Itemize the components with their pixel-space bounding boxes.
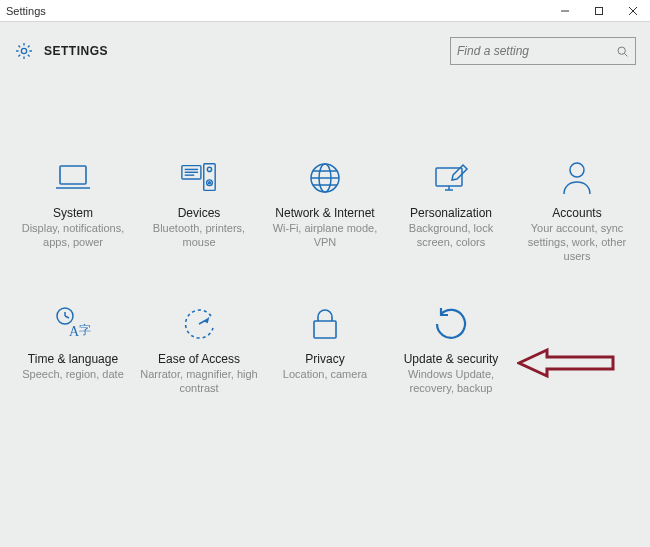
search-icon [616,45,629,58]
close-button[interactable] [616,0,650,22]
svg-rect-1 [596,7,603,14]
search-box[interactable] [450,37,636,65]
time-language-icon: A 字 [53,304,93,344]
tile-desc: Windows Update, recovery, backup [390,368,512,396]
gear-icon [14,41,34,61]
svg-line-26 [65,316,69,318]
tile-desc: Speech, region, date [22,368,124,382]
tile-ease-of-access[interactable]: Ease of Access Narrator, magnifier, high… [138,304,260,444]
svg-text:字: 字 [79,323,91,337]
tile-name: Ease of Access [158,352,240,366]
tile-privacy[interactable]: Privacy Location, camera [264,304,386,444]
window-title: Settings [6,5,548,17]
laptop-icon [53,158,93,198]
tile-desc: Wi-Fi, airplane mode, VPN [264,222,386,250]
svg-line-6 [624,53,627,56]
tile-network[interactable]: Network & Internet Wi-Fi, airplane mode,… [264,158,386,298]
tile-name: Time & language [28,352,118,366]
header: SETTINGS [0,22,650,80]
svg-rect-29 [314,321,336,338]
settings-grid: System Display, notifications, apps, pow… [0,80,650,547]
tile-desc: Background, lock screen, colors [390,222,512,250]
tile-time-language[interactable]: A 字 Time & language Speech, region, date [12,304,134,444]
maximize-button[interactable] [582,0,616,22]
tile-accounts[interactable]: Accounts Your account, sync settings, wo… [516,158,638,298]
tile-update-security[interactable]: Update & security Windows Update, recove… [390,304,512,444]
tile-name: Personalization [410,206,492,220]
tile-desc: Your account, sync settings, work, other… [516,222,638,263]
svg-point-23 [570,163,584,177]
tile-name: Privacy [305,352,344,366]
svg-point-15 [209,182,211,184]
svg-rect-7 [60,166,86,184]
svg-point-5 [618,47,625,54]
search-input[interactable] [457,44,616,58]
tile-name: System [53,206,93,220]
tile-name: Update & security [404,352,499,366]
tile-desc: Narrator, magnifier, high contrast [138,368,260,396]
tile-devices[interactable]: Devices Bluetooth, printers, mouse [138,158,260,298]
tile-desc: Location, camera [283,368,367,382]
window-titlebar: Settings [0,0,650,22]
ease-of-access-icon [179,304,219,344]
lock-icon [305,304,345,344]
personalization-icon [431,158,471,198]
tile-desc: Display, notifications, apps, power [12,222,134,250]
page-title: SETTINGS [44,44,108,58]
svg-point-16 [207,167,211,171]
svg-point-14 [207,180,213,186]
svg-point-4 [21,48,26,53]
tile-name: Network & Internet [275,206,374,220]
devices-icon [179,158,219,198]
window-controls [548,0,650,22]
person-icon [557,158,597,198]
tile-system[interactable]: System Display, notifications, apps, pow… [12,158,134,298]
tile-desc: Bluetooth, printers, mouse [138,222,260,250]
update-icon [431,304,471,344]
tile-name: Devices [178,206,221,220]
minimize-button[interactable] [548,0,582,22]
tile-personalization[interactable]: Personalization Background, lock screen,… [390,158,512,298]
tile-name: Accounts [552,206,601,220]
globe-icon [305,158,345,198]
